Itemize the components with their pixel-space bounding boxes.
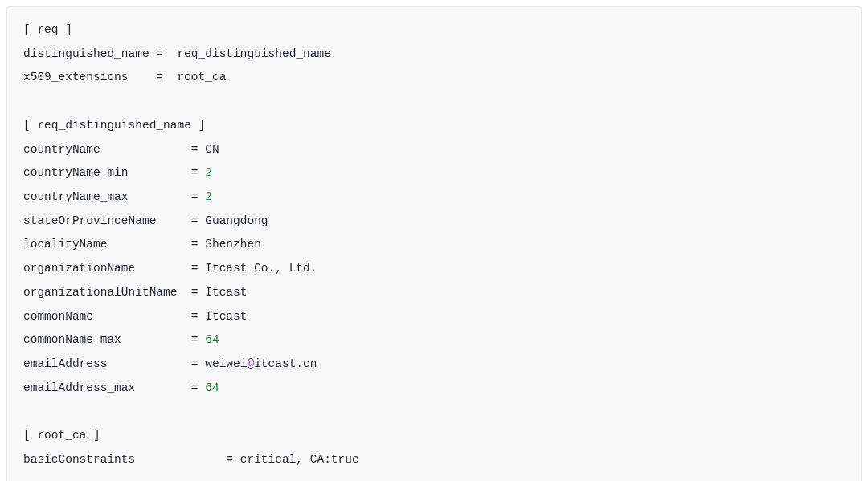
config-entry: countryName_max = 2 [23, 185, 845, 210]
config-entry: localityName = Shenzhen [23, 233, 845, 257]
config-entry: organizationalUnitName = Itcast [23, 281, 845, 305]
section-header: [ root_ca ] [23, 424, 845, 448]
config-entry: distinguished_name = req_distinguished_n… [23, 43, 845, 67]
section-header: [ req ] [23, 18, 845, 43]
blank-line [23, 90, 845, 114]
blank-line [23, 401, 845, 425]
config-entry: x509_extensions = root_ca [23, 66, 845, 90]
config-entry: emailAddress = weiwei@itcast.cn [23, 353, 845, 377]
config-entry: countryName = CN [23, 138, 845, 162]
config-entry: organizationName = Itcast Co., Ltd. [23, 257, 845, 281]
config-entry: countryName_min = 2 [23, 161, 845, 185]
config-code-block: [ req ]distinguished_name = req_distingu… [6, 6, 862, 481]
config-entry: basicConstraints = critical, CA:true [23, 448, 845, 472]
section-header: [ req_distinguished_name ] [23, 114, 845, 138]
config-entry: commonName_max = 64 [23, 328, 845, 353]
config-entry: commonName = Itcast [23, 305, 845, 329]
config-entry: stateOrProvinceName = Guangdong [23, 210, 845, 234]
config-entry: emailAddress_max = 64 [23, 377, 845, 401]
